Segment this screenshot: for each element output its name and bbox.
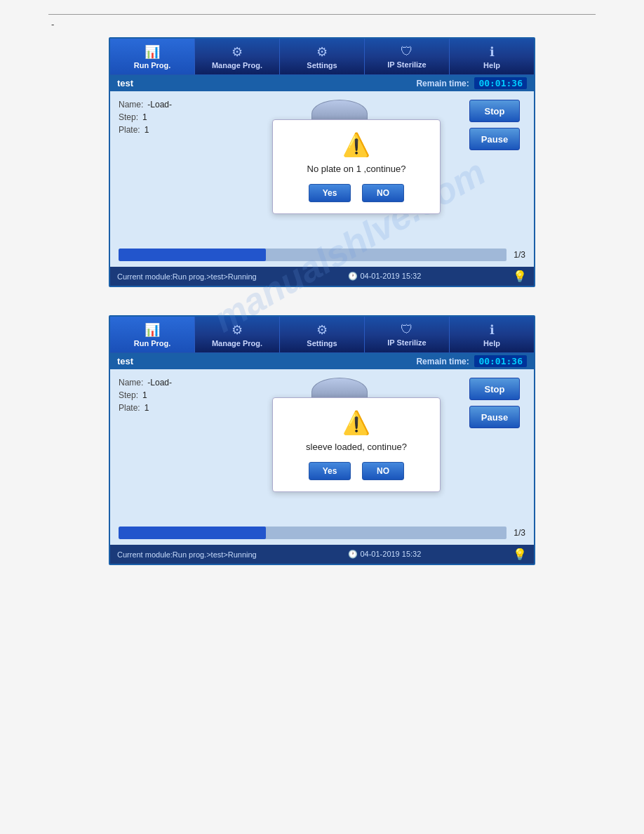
nav-run-prog-label-2: Run Prog.: [134, 339, 171, 348]
clock-icon-2: 🕐: [348, 550, 358, 558]
bottom-status-2: Current module:Run prog.>test>Running 🕐 …: [110, 545, 534, 564]
nav-help-2[interactable]: ℹ Help: [450, 317, 534, 352]
nav-manage-prog-1[interactable]: ⚙ Manage Prog.: [195, 39, 280, 74]
info-name-row-2: Name: -Load-: [119, 378, 210, 388]
progress-bar-container-2: [119, 527, 507, 539]
nav-sterilize-label-2: IP Sterilize: [387, 338, 426, 347]
light-icon-1[interactable]: 💡: [513, 270, 527, 283]
nav-manage-prog-2[interactable]: ⚙ Manage Prog.: [195, 317, 280, 352]
nav-sterilize-2[interactable]: 🛡 IP Sterilize: [365, 317, 450, 352]
nav-settings-label-2: Settings: [307, 339, 337, 348]
nav-settings-1[interactable]: ⚙ Settings: [280, 39, 365, 74]
nav-run-prog-label-1: Run Prog.: [134, 61, 171, 70]
status-bar-2: test Remain time: 00:01:36: [110, 353, 534, 369]
name-value-1: -Load-: [147, 100, 172, 110]
dialog-warning-icon-1: ⚠️: [287, 131, 426, 158]
progress-label-2: 1/3: [514, 528, 525, 538]
info-name-row-1: Name: -Load-: [119, 100, 210, 110]
name-label-2: Name:: [119, 378, 143, 388]
left-info-2: Name: -Load- Step: 1 Plate: 1: [119, 378, 210, 515]
progress-bar-container-1: [119, 249, 507, 261]
progress-bar-fill-2: [119, 527, 266, 539]
content-area-1: Name: -Load- Step: 1 Plate: 1 ⚠️ No: [110, 91, 534, 246]
help-icon-1: ℹ: [490, 44, 495, 60]
step-label-2: Step:: [119, 390, 138, 400]
info-step-row-2: Step: 1: [119, 390, 210, 400]
remain-value-2: 00:01:36: [474, 355, 527, 367]
step-label-1: Step:: [119, 112, 138, 122]
dialog-message-2: sleeve loaded, continue?: [287, 442, 426, 452]
center-area-1: ⚠️ No plate on 1 ,continue? Yes NO: [217, 100, 462, 237]
bottom-status-1: Current module:Run prog.>test>Running 🕐 …: [110, 267, 534, 286]
panel-2: 📊 Run Prog. ⚙ Manage Prog. ⚙ Settings 🛡 …: [109, 315, 535, 565]
dialog-message-1: No plate on 1 ,continue?: [287, 164, 426, 174]
datetime-value-1: 04-01-2019 15:32: [360, 272, 421, 280]
name-label-1: Name:: [119, 100, 143, 110]
pause-button-1[interactable]: Pause: [469, 128, 520, 150]
nav-help-label-1: Help: [483, 61, 500, 70]
dialog-no-button-1[interactable]: NO: [362, 184, 404, 202]
center-area-2: ⚠️ sleeve loaded, continue? Yes NO: [217, 378, 462, 515]
dialog-box-1: ⚠️ No plate on 1 ,continue? Yes NO: [272, 119, 441, 214]
dialog-no-button-2[interactable]: NO: [362, 462, 404, 480]
dialog-buttons-2: Yes NO: [287, 462, 426, 480]
right-buttons-1: Stop Pause: [469, 100, 525, 237]
name-value-2: -Load-: [147, 378, 172, 388]
stop-button-1[interactable]: Stop: [469, 100, 520, 122]
nav-manage-prog-label-2: Manage Prog.: [212, 339, 262, 348]
dialog-box-2: ⚠️ sleeve loaded, continue? Yes NO: [272, 397, 441, 492]
sterilize-icon-2: 🛡: [401, 322, 413, 337]
program-name-2: test: [117, 356, 133, 366]
manage-prog-icon-1: ⚙: [232, 44, 243, 60]
nav-bar-2: 📊 Run Prog. ⚙ Manage Prog. ⚙ Settings 🛡 …: [110, 317, 534, 353]
status-bar-1: test Remain time: 00:01:36: [110, 75, 534, 91]
plate-value-2: 1: [145, 403, 149, 413]
progress-bar-fill-1: [119, 249, 266, 261]
nav-settings-label-1: Settings: [307, 61, 337, 70]
remain-label-1: Remain time:: [416, 79, 469, 88]
right-buttons-2: Stop Pause: [469, 378, 525, 515]
settings-icon-2: ⚙: [316, 322, 328, 338]
nav-settings-2[interactable]: ⚙ Settings: [280, 317, 365, 352]
manage-prog-icon-2: ⚙: [232, 322, 243, 338]
step-value-1: 1: [142, 112, 147, 122]
nav-run-prog-2[interactable]: 📊 Run Prog.: [110, 317, 195, 352]
panel-1: 📊 Run Prog. ⚙ Manage Prog. ⚙ Settings 🛡 …: [109, 37, 535, 287]
nav-bar-1: 📊 Run Prog. ⚙ Manage Prog. ⚙ Settings 🛡 …: [110, 39, 534, 75]
nav-help-label-2: Help: [483, 339, 500, 348]
help-icon-2: ℹ: [490, 322, 495, 338]
remain-value-1: 00:01:36: [474, 77, 527, 89]
nav-sterilize-1[interactable]: 🛡 IP Sterilize: [365, 39, 450, 74]
top-dash: -: [48, 19, 54, 29]
plate-label-2: Plate:: [119, 403, 140, 413]
settings-icon-1: ⚙: [316, 44, 328, 60]
nav-help-1[interactable]: ℹ Help: [450, 39, 534, 74]
dialog-warning-icon-2: ⚠️: [287, 409, 426, 436]
content-area-2: Name: -Load- Step: 1 Plate: 1 ⚠️ sl: [110, 369, 534, 524]
module-text-2: Current module:Run prog.>test>Running: [117, 550, 257, 559]
dialog-yes-button-1[interactable]: Yes: [309, 184, 351, 202]
datetime-2: 🕐 04-01-2019 15:32: [348, 550, 421, 559]
run-prog-icon-2: 📊: [145, 322, 160, 338]
nav-sterilize-label-1: IP Sterilize: [387, 60, 426, 69]
pause-button-2[interactable]: Pause: [469, 406, 520, 428]
nav-run-prog-1[interactable]: 📊 Run Prog.: [110, 39, 195, 74]
sterilize-icon-1: 🛡: [401, 44, 413, 59]
progress-area-1: 1/3: [110, 246, 534, 267]
clock-icon-1: 🕐: [348, 272, 358, 280]
module-text-1: Current module:Run prog.>test>Running: [117, 272, 257, 281]
program-name-1: test: [117, 78, 133, 88]
dialog-buttons-1: Yes NO: [287, 184, 426, 202]
info-plate-row-1: Plate: 1: [119, 125, 210, 135]
dialog-yes-button-2[interactable]: Yes: [309, 462, 351, 480]
stop-button-2[interactable]: Stop: [469, 378, 520, 400]
progress-label-1: 1/3: [514, 250, 525, 260]
info-plate-row-2: Plate: 1: [119, 403, 210, 413]
plate-label-1: Plate:: [119, 125, 140, 135]
left-info-1: Name: -Load- Step: 1 Plate: 1: [119, 100, 210, 237]
datetime-1: 🕐 04-01-2019 15:32: [348, 272, 421, 281]
plate-value-1: 1: [145, 125, 149, 135]
nav-manage-prog-label-1: Manage Prog.: [212, 61, 262, 70]
light-icon-2[interactable]: 💡: [513, 548, 527, 561]
remain-label-2: Remain time:: [416, 357, 469, 366]
